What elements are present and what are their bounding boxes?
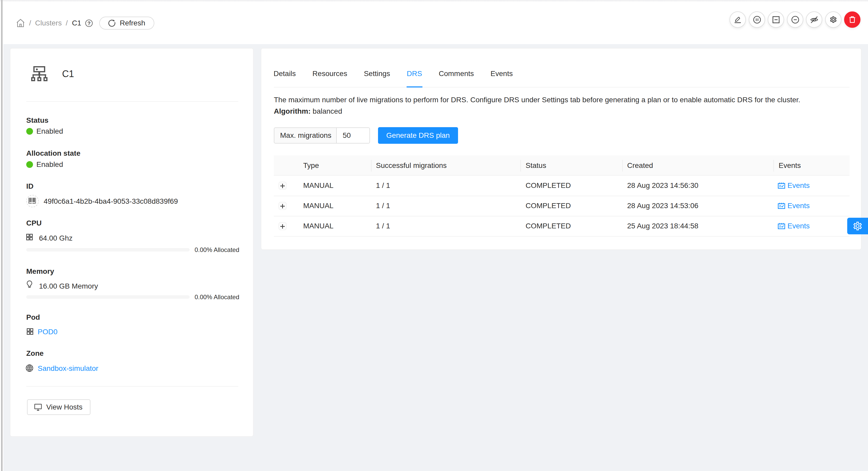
- svg-text:?: ?: [87, 21, 90, 26]
